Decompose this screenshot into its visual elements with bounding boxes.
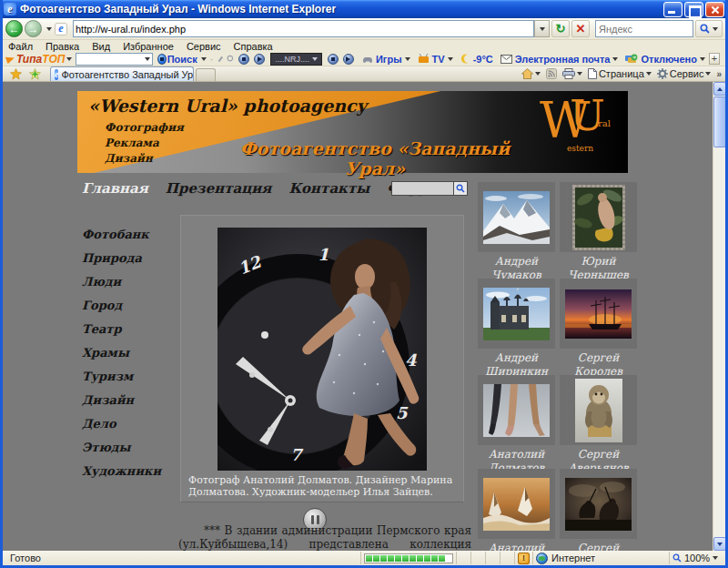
radio-display[interactable]: ....NRJ.... [270,53,322,66]
sidebar-item-priroda[interactable]: Природа [82,251,142,265]
maximize-button[interactable] [684,2,703,17]
history-dropdown[interactable] [44,21,55,37]
wallet-wrap: Отключено [625,54,704,65]
minimize-button[interactable] [663,2,682,17]
thumb-ballet[interactable] [478,375,555,445]
wallet-status-link[interactable]: Отключено [641,54,696,65]
back-button[interactable] [5,20,23,37]
ie-logo-icon: e [4,3,16,15]
nav-home[interactable]: Главная [82,180,148,197]
radio-play-button[interactable] [254,54,265,65]
site-search-input[interactable] [391,181,453,196]
feeds-button[interactable] [546,68,557,79]
sidebar-item-lyudi[interactable]: Люди [82,275,121,289]
scroll-down-button[interactable] [713,537,726,551]
mail-dropdown[interactable] [612,57,618,61]
address-dropdown[interactable] [534,20,550,37]
print-button[interactable] [562,68,582,79]
tipatop-toolbar: ТипаТОП Поиск · ....NRJ.... Игры TV -9°C [3,52,725,66]
thumb-church[interactable] [478,279,555,349]
menu-help[interactable]: Справка [234,41,273,52]
tipatop-search-button[interactable]: Поиск [167,54,197,65]
forward-button[interactable] [25,20,42,37]
zone-pane: Интернет [532,552,669,564]
sidebar-item-khudozhniki[interactable]: Художники [82,464,161,478]
internet-zone-icon [536,553,548,564]
add-favorite-button[interactable] [25,67,44,81]
banner-service-ads: Реклама [105,136,184,151]
tab-active[interactable]: e Фотоагентство Западный Урал [50,66,194,81]
highlight-icon[interactable] [217,54,225,64]
yandex-search-input[interactable] [599,24,690,35]
scroll-up-button[interactable] [713,82,726,96]
zoom-dropdown[interactable] [713,556,718,560]
tipatop-search-input[interactable] [76,53,152,66]
slideshow-photo[interactable]: 12 1 4 5 7 [217,228,427,471]
marker-icon[interactable] [227,54,235,64]
menu-edit[interactable]: Правка [46,41,79,52]
tipatop-logo[interactable]: ТипаТОП [16,53,65,66]
sidebar-item-etyudy[interactable]: Этюды [82,441,130,454]
vertical-scrollbar[interactable] [713,82,725,551]
photographer-name[interactable]: Анатолий [478,542,555,551]
favorites-button[interactable] [6,67,25,81]
thumb-ship[interactable] [560,279,637,349]
menu-favorites[interactable]: Избранное [123,41,174,52]
sidebar-item-dizain[interactable]: Дизайн [82,393,134,407]
thumb-mountains[interactable] [478,182,555,252]
moon-icon [460,54,470,64]
new-tab-button[interactable] [196,68,216,81]
thumb-art-nude[interactable] [560,182,637,252]
overflow-chevron[interactable]: » [716,69,722,79]
tv-dropdown[interactable] [448,57,453,61]
address-field-wrap [73,20,534,37]
sidebar-item-delo[interactable]: Дело [82,417,116,431]
tipatop-logo-dropdown[interactable] [66,57,72,61]
sidebar-item-teatr[interactable]: Театр [82,322,122,336]
wu-logo-ral: ral [598,118,611,128]
mail-link[interactable]: Электронная почта [515,54,611,65]
games-dropdown[interactable] [405,57,410,61]
photographer-cell: Андрей Ширинкин [478,279,555,379]
security-pane[interactable]: ! [514,552,532,564]
scroll-thumb[interactable] [713,96,726,147]
site-search-button[interactable] [453,181,468,196]
radio-stop-button[interactable] [238,54,249,65]
photographer-name[interactable]: Сергей [560,542,637,551]
close-button[interactable] [705,2,724,17]
search-go-button[interactable] [695,20,723,37]
thumb-snow-sunset[interactable] [478,469,555,539]
tv-link[interactable]: TV [432,54,445,65]
nav-presentation[interactable]: Презентация [166,180,272,197]
radio-next-button[interactable] [343,54,354,65]
title-bar[interactable]: e Фотоагентство Западный Урал - Windows … [0,0,728,18]
address-input[interactable] [76,24,531,35]
weather-link[interactable]: -9°C [473,54,493,65]
menu-file[interactable]: Файл [8,41,33,52]
refresh-button[interactable]: ↻ [551,20,570,37]
page-icon [588,68,597,79]
sidebar-item-fotobank[interactable]: Фотобанк [82,228,149,241]
envelope-icon [500,55,512,64]
page-menu-button[interactable]: Страница [588,68,652,79]
art-figure-photo [572,185,625,250]
printer-icon [562,68,575,79]
zoom-pane[interactable]: 100% [669,552,725,564]
nav-contacts[interactable]: Контакты [288,180,369,197]
menu-view[interactable]: Вид [92,41,110,52]
photographer-cell: Сергей Королев [560,279,637,379]
thumb-battle[interactable] [560,469,637,539]
menu-tools[interactable]: Сервис [187,41,221,52]
toolbar-add-button[interactable]: + [709,53,720,65]
thumb-monkey[interactable] [560,375,637,445]
sidebar-item-gorod[interactable]: Город [82,299,122,312]
sidebar-item-khramy[interactable]: Храмы [82,346,129,360]
stop-button[interactable]: ✕ [571,20,590,37]
wallet-dropdown[interactable] [700,57,705,61]
tipatop-search-dropdown[interactable] [201,57,207,61]
radio-prev-button[interactable] [328,54,339,65]
games-link[interactable]: Игры [376,54,402,65]
home-button[interactable] [521,68,541,79]
tools-menu-button[interactable]: Сервис [657,68,712,79]
sidebar-item-turizm[interactable]: Туризм [82,370,133,383]
